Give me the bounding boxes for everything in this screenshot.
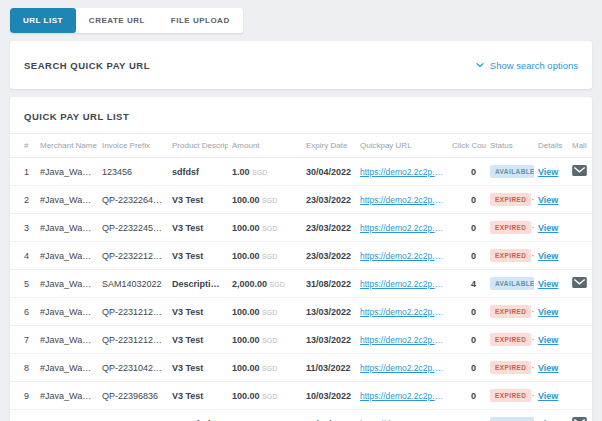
row-number: 6: [10, 298, 36, 326]
column-header: Status: [486, 134, 534, 158]
expiry-date: 23/03/2022: [302, 242, 356, 270]
status-cell: EXPIRED: [486, 298, 534, 326]
tab[interactable]: FILE UPLOAD: [158, 8, 243, 33]
quickpay-url-cell: https://demo2.2c2p.com/2C...: [356, 410, 448, 421]
product-description: V3 Test: [168, 354, 228, 382]
quickpay-url-link[interactable]: https://demo2.2c2p.com/2C...: [360, 335, 444, 345]
view-details-link[interactable]: View: [538, 279, 558, 289]
product-description: V3 Test: [168, 326, 228, 354]
row-number: 7: [10, 326, 36, 354]
view-details-link[interactable]: View: [538, 307, 558, 317]
amount-cell: 2,000.00 SGD: [228, 410, 302, 421]
quickpay-url-cell: https://demo2.2c2p.com/2C...: [356, 242, 448, 270]
amount-cell: 1.00 SGD: [228, 158, 302, 186]
status-badge: EXPIRED: [490, 193, 531, 206]
mail-cell: [568, 242, 592, 270]
quickpay-url-link[interactable]: https://demo2.2c2p.com/2C...: [360, 391, 444, 401]
click-count: 0: [448, 326, 486, 354]
quickpay-url-cell: https://demo2.2c2p.com/2C...: [356, 354, 448, 382]
mail-cell: [568, 298, 592, 326]
table-body: 1 #Java_Warrior 123456 sdfdsf 1.00 SGD 3…: [10, 158, 592, 421]
details-cell: View: [534, 242, 568, 270]
row-number: 10: [10, 410, 36, 421]
merchant-name: #Java_Warrior: [36, 270, 98, 298]
quickpay-url-cell: https://demo2.2c2p.com/2C...: [356, 326, 448, 354]
row-number: 5: [10, 270, 36, 298]
quickpay-url-link[interactable]: https://demo2.2c2p.com/2C...: [360, 363, 444, 373]
click-count: 0: [448, 354, 486, 382]
quickpay-url-list-panel: QUICK PAY URL LIST # Merchant Name Invoi…: [10, 97, 592, 421]
details-cell: View: [534, 270, 568, 298]
row-number: 4: [10, 242, 36, 270]
currency-code: SGD: [262, 197, 277, 204]
merchant-name: #Java_Warrior: [36, 298, 98, 326]
merchant-name: #Java_Warrior: [36, 382, 98, 410]
view-details-link[interactable]: View: [538, 223, 558, 233]
view-details-link[interactable]: View: [538, 391, 558, 401]
invoice-prefix: QP-22322122318: [98, 242, 168, 270]
quickpay-url-link[interactable]: https://demo2.2c2p.com/2C...: [360, 307, 444, 317]
mail-cell: [568, 270, 592, 298]
view-details-link[interactable]: View: [538, 335, 558, 345]
table-row: 7 #Java_Warrior QP-22312122829 V3 Test 1…: [10, 326, 592, 354]
click-count: 0: [448, 158, 486, 186]
currency-code: SGD: [252, 169, 267, 176]
status-cell: EXPIRED: [486, 382, 534, 410]
table-row: 6 #Java_Warrior QP-2231212282 V3 Test 10…: [10, 298, 592, 326]
click-count: 0: [448, 186, 486, 214]
amount-value: 100.00: [232, 335, 260, 345]
amount-cell: 2,000.00 SGD: [228, 270, 302, 298]
view-details-link[interactable]: View: [538, 195, 558, 205]
status-cell: EXPIRED: [486, 354, 534, 382]
details-cell: View: [534, 186, 568, 214]
quickpay-url-link[interactable]: https://demo2.2c2p.com/2C...: [360, 279, 444, 289]
amount-value: 2,000.00: [232, 279, 267, 289]
quickpay-url-cell: https://demo2.2c2p.com/2C...: [356, 270, 448, 298]
show-search-options-toggle[interactable]: Show search options: [475, 60, 578, 71]
send-mail-button[interactable]: [572, 165, 587, 176]
invoice-prefix: QP-22396836: [98, 382, 168, 410]
expiry-date: 13/03/2022: [302, 326, 356, 354]
mail-cell: [568, 214, 592, 242]
currency-code: SGD: [262, 253, 277, 260]
status-badge: AVAILABLE: [490, 277, 534, 290]
view-details-link[interactable]: View: [538, 251, 558, 261]
tab[interactable]: URL LIST: [10, 8, 76, 33]
column-header: Quickpay URL: [356, 134, 448, 158]
view-details-link[interactable]: View: [538, 363, 558, 373]
quickpay-url-link[interactable]: https://demo2.2c2p.com/2C...: [360, 223, 444, 233]
quickpay-url-link[interactable]: https://demo2.2c2p.com/2C...: [360, 167, 444, 177]
amount-cell: 100.00 SGD: [228, 242, 302, 270]
merchant-name: #Java_Warrior: [36, 410, 98, 421]
view-details-link[interactable]: View: [538, 167, 558, 177]
expiry-date: 10/03/2022: [302, 382, 356, 410]
merchant-name: #Java_Warrior: [36, 186, 98, 214]
click-count: 0: [448, 382, 486, 410]
mail-cell: [568, 158, 592, 186]
column-header: Merchant Name: [36, 134, 98, 158]
quickpay-url-cell: https://demo2.2c2p.com/2C...: [356, 214, 448, 242]
details-cell: View: [534, 298, 568, 326]
send-mail-button[interactable]: [572, 277, 587, 288]
expiry-date: 23/03/2022: [302, 186, 356, 214]
show-search-options-label: Show search options: [490, 60, 578, 71]
send-mail-button[interactable]: [572, 417, 587, 421]
expiry-date: 30/04/2022: [302, 158, 356, 186]
currency-code: SGD: [262, 365, 277, 372]
table-row: 3 #Java_Warrior QP-2232245910f V3 Test 1…: [10, 214, 592, 242]
details-cell: View: [534, 410, 568, 421]
quickpay-url-link[interactable]: https://demo2.2c2p.com/2C...: [360, 251, 444, 261]
column-header: Click Count: [448, 134, 486, 158]
table-row: 10 #Java_Warrior SAM22022022 Description…: [10, 410, 592, 421]
status-badge: EXPIRED: [490, 389, 531, 402]
column-header: Amount: [228, 134, 302, 158]
quickpay-url-link[interactable]: https://demo2.2c2p.com/2C...: [360, 195, 444, 205]
tab[interactable]: CREATE URL: [76, 8, 158, 33]
mail-cell: [568, 354, 592, 382]
status-badge: AVAILABLE: [490, 165, 534, 178]
amount-value: 100.00: [232, 307, 260, 317]
status-badge: EXPIRED: [490, 221, 531, 234]
invoice-prefix: QP-2231212282: [98, 298, 168, 326]
column-header: Details: [534, 134, 568, 158]
table-row: 4 #Java_Warrior QP-22322122318 V3 Test 1…: [10, 242, 592, 270]
